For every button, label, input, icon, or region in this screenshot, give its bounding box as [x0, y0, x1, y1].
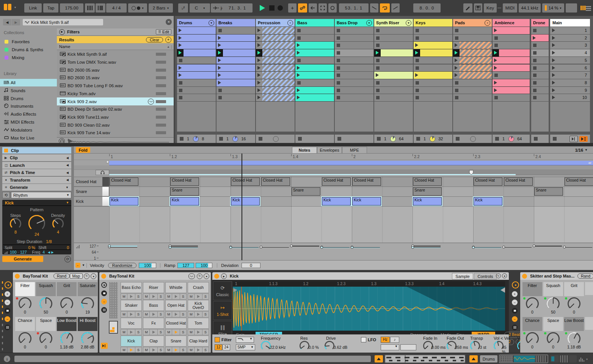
time-signature[interactable]: 4 / 4 [106, 3, 127, 13]
key-signature-icon[interactable]: ♭♯ [178, 3, 188, 13]
clip-slot[interactable] [216, 79, 255, 86]
clip-slot[interactable] [374, 42, 413, 49]
clip[interactable] [223, 49, 255, 56]
clip-stop-button[interactable] [376, 44, 380, 47]
scene-slot[interactable]: 2 [550, 35, 590, 42]
clip[interactable] [184, 49, 216, 56]
clip[interactable] [302, 42, 334, 49]
note-kick[interactable]: Kick [474, 197, 502, 206]
clip-slot[interactable] [453, 35, 492, 42]
search-clear-button[interactable]: ✕ [166, 19, 172, 25]
sampler-tab-sample[interactable]: Sample [452, 273, 473, 279]
pad-mute-button[interactable]: M [188, 311, 195, 317]
track-stop-button[interactable] [377, 137, 381, 141]
clip-slot[interactable] [531, 94, 549, 101]
clip-slot[interactable] [216, 94, 255, 101]
clip-play-button[interactable] [414, 42, 420, 49]
clip-stop-button[interactable] [494, 44, 498, 47]
sidebar-item-modulators[interactable]: Modulators [0, 126, 57, 134]
clip-play-button[interactable] [256, 27, 263, 34]
clip-play-button[interactable] [256, 94, 263, 101]
fold-button[interactable]: Fold [76, 147, 90, 153]
clip-slot[interactable] [414, 64, 452, 72]
clip-slot[interactable] [177, 79, 216, 86]
groove-amount-icon[interactable] [96, 3, 105, 13]
file-row[interactable]: Kick 909 Tune 14.wav [57, 129, 174, 137]
pad-play-button[interactable] [150, 311, 157, 317]
note-closed-hat[interactable]: Closed Hat [322, 177, 351, 186]
ramp-from[interactable]: 127 [177, 263, 194, 268]
clip-slot[interactable] [453, 49, 492, 56]
clip[interactable] [460, 57, 492, 64]
clip-slot[interactable] [177, 87, 216, 94]
draw-mode-button[interactable] [318, 3, 327, 13]
pad-mute-button[interactable]: M [165, 329, 172, 335]
generator-knob-density[interactable] [52, 218, 64, 229]
macro-knob[interactable] [547, 297, 560, 310]
loop-start-position[interactable]: 53. 1. 1 [339, 3, 369, 13]
clip-playing-button[interactable] [216, 49, 223, 56]
clip-slot[interactable] [453, 79, 492, 86]
scene-play-button[interactable] [552, 73, 555, 77]
clip[interactable] [262, 94, 295, 101]
clip-slot[interactable] [256, 79, 295, 86]
pad-mute-button[interactable]: M [165, 347, 172, 353]
clip-slot[interactable] [493, 72, 530, 79]
clip-slot[interactable] [295, 42, 334, 49]
note-snare[interactable]: Snare [170, 187, 199, 196]
deviation-value[interactable]: 0 [242, 263, 260, 268]
clip-slot[interactable] [493, 79, 530, 86]
clip-slot[interactable] [256, 64, 295, 72]
file-row[interactable]: BD 909 Clean 02.wav [57, 121, 174, 129]
capture-midi-button[interactable] [309, 3, 317, 13]
session-overdub-button[interactable] [298, 3, 307, 13]
clip-play-button[interactable] [256, 35, 263, 42]
velocity-marker[interactable] [108, 245, 111, 247]
rand-button[interactable]: Rand [53, 273, 70, 279]
clip-play-button[interactable] [256, 57, 263, 64]
clip-slot[interactable] [493, 94, 530, 101]
scene-play-button[interactable] [552, 96, 555, 99]
clip-stop-button[interactable] [297, 59, 301, 62]
clip-stop-button[interactable] [218, 96, 222, 99]
clip-stop-button[interactable] [494, 36, 498, 40]
lane-select[interactable]: ▼ [82, 264, 85, 267]
scene-slot[interactable]: 9 [550, 87, 590, 94]
pad-solo-button[interactable]: S [135, 329, 142, 335]
clip-slot[interactable] [493, 87, 530, 94]
map-button[interactable]: Map [70, 273, 83, 279]
save-icon[interactable]: ● [502, 273, 507, 278]
search-input[interactable]: Kick Mkit Synth 9.aif [23, 19, 103, 25]
clip-stop-button[interactable] [337, 36, 340, 40]
pad-overview-strip[interactable] [109, 282, 118, 318]
track-stop-button[interactable] [180, 137, 184, 141]
clip-play-button[interactable] [295, 64, 302, 72]
velocity-marker[interactable] [502, 246, 505, 248]
velocity-marker[interactable] [351, 246, 353, 249]
clip-playing-button[interactable] [374, 49, 381, 56]
pad-mute-button[interactable]: M [188, 329, 195, 335]
clip[interactable] [262, 49, 295, 56]
clip-slot[interactable] [256, 57, 295, 64]
macro-space[interactable]: Space0 [36, 317, 56, 350]
info-icon[interactable]: i [4, 356, 10, 362]
velocity-marker[interactable] [411, 246, 414, 249]
clip-play-button[interactable] [453, 72, 460, 79]
filter-checkbox[interactable] [215, 337, 220, 342]
step-duration-value[interactable]: 1/8 [46, 239, 52, 244]
clip-stop-button[interactable] [337, 51, 340, 55]
filter-circuit-select[interactable]: SMP▼ [236, 344, 255, 350]
note-snare[interactable]: Snare [534, 187, 563, 196]
pad-solo-button[interactable]: S [202, 311, 209, 317]
clip-stop-button[interactable] [455, 36, 458, 40]
track-stop-button[interactable] [456, 137, 460, 141]
pad-play-button[interactable] [127, 329, 135, 335]
sidebar-item-drums-synths[interactable]: Drums & Synths [0, 46, 57, 53]
clip-stop-button[interactable] [416, 59, 419, 62]
clip[interactable] [223, 79, 255, 86]
save-icon[interactable]: ● [204, 273, 209, 279]
clip-slot[interactable] [493, 42, 530, 49]
pad-play-button[interactable] [195, 329, 202, 335]
pad-solo-button[interactable]: S [202, 347, 209, 353]
regenerate-button[interactable]: ⟳ [64, 256, 71, 262]
